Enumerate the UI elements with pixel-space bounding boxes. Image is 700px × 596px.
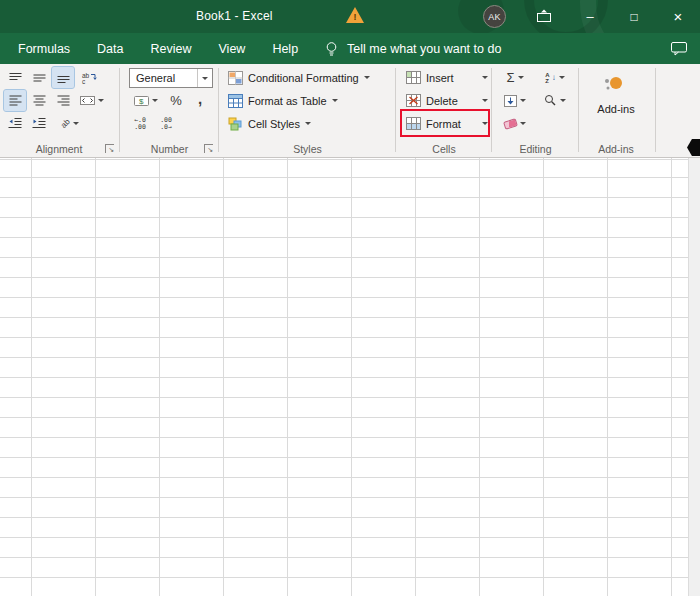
worksheet-grid[interactable] (0, 158, 688, 596)
tab-help[interactable]: Help (272, 42, 298, 56)
fill-icon (504, 95, 517, 107)
align-middle-button[interactable] (28, 67, 50, 88)
format-as-table-button[interactable]: Format as Table (228, 90, 338, 111)
conditional-formatting-icon (228, 71, 243, 85)
cell-styles-button[interactable]: Cell Styles (228, 113, 311, 134)
number-format-combobox[interactable]: General (129, 68, 213, 88)
merge-center-dropdown-arrow[interactable] (98, 99, 104, 102)
tab-data[interactable]: Data (97, 42, 123, 56)
maximize-button[interactable]: □ (612, 0, 656, 33)
conditional-formatting-label: Conditional Formatting (248, 72, 359, 84)
group-label-editing: Editing (493, 141, 578, 156)
align-left-button[interactable] (4, 90, 26, 111)
increase-decimal-icon: ←.0.00 (134, 117, 146, 131)
autosum-button[interactable]: Σ (499, 67, 531, 88)
wrap-text-button[interactable]: ab c (76, 67, 102, 88)
conditional-formatting-dropdown-arrow[interactable] (364, 76, 370, 79)
ribbon-tab-bar: Formulas Data Review View Help Tell me w… (0, 33, 700, 64)
insert-label: Insert (426, 72, 454, 84)
align-top-button[interactable] (4, 67, 26, 88)
conditional-formatting-button[interactable]: Conditional Formatting (228, 67, 370, 88)
format-as-table-dropdown-arrow[interactable] (332, 99, 338, 102)
format-highlight-box (400, 109, 490, 137)
alignment-dialog-launcher[interactable]: ↘ (105, 144, 114, 153)
window-title: Book1 - Excel (196, 9, 273, 23)
addins-button[interactable]: Add-ins (582, 68, 650, 134)
increase-decimal-button[interactable]: ←.0.00 (128, 113, 152, 134)
group-label-cells: Cells (397, 141, 491, 156)
group-separator (218, 68, 219, 152)
tab-view[interactable]: View (219, 42, 246, 56)
merge-center-button[interactable] (76, 90, 108, 111)
sort-filter-button[interactable]: AZ ↓ (538, 67, 572, 88)
comments-icon[interactable] (670, 41, 688, 56)
titlebar: Book1 - Excel ! AK – □ × (0, 0, 700, 33)
find-select-dropdown-arrow[interactable] (560, 99, 566, 102)
tell-me-label: Tell me what you want to do (347, 42, 501, 56)
find-icon (544, 94, 557, 107)
insert-dropdown-arrow[interactable] (482, 76, 488, 79)
tell-me-search[interactable]: Tell me what you want to do (325, 41, 501, 57)
accounting-format-button[interactable]: $ (131, 90, 161, 111)
clear-button[interactable] (499, 113, 531, 134)
number-format-value: General (136, 72, 175, 84)
ribbon: ab c (0, 64, 700, 158)
delete-dropdown-arrow[interactable] (482, 99, 488, 102)
addins-button-label: Add-ins (597, 103, 634, 115)
cell-styles-label: Cell Styles (248, 118, 300, 130)
format-as-table-icon (228, 94, 243, 108)
tab-review[interactable]: Review (151, 42, 192, 56)
sort-filter-icon: AZ (545, 72, 549, 84)
fill-dropdown-arrow[interactable] (520, 99, 526, 102)
percent-style-button[interactable]: % (166, 90, 186, 111)
orientation-button[interactable]: ab (54, 113, 86, 134)
orientation-icon: ab (59, 117, 72, 130)
cell-styles-dropdown-arrow[interactable] (305, 122, 311, 125)
decrease-decimal-icon: .00.0→ (160, 117, 172, 131)
minimize-button[interactable]: – (568, 0, 612, 33)
sort-filter-dropdown-arrow[interactable] (559, 76, 565, 79)
decrease-decimal-button[interactable]: .00.0→ (154, 113, 178, 134)
warning-icon[interactable]: ! (346, 7, 364, 23)
number-dialog-launcher[interactable]: ↘ (204, 144, 213, 153)
fill-button[interactable] (499, 90, 531, 111)
lightbulb-icon (325, 41, 338, 57)
delete-label: Delete (426, 95, 458, 107)
align-center-button[interactable] (28, 90, 50, 111)
autosum-dropdown-arrow[interactable] (518, 76, 524, 79)
chevron-down-icon (202, 77, 208, 80)
group-separator (578, 68, 579, 152)
align-bottom-button[interactable] (52, 67, 74, 88)
group-separator (655, 68, 656, 152)
find-select-button[interactable] (538, 90, 572, 111)
close-button[interactable]: × (656, 0, 700, 33)
insert-cells-button[interactable]: Insert (406, 67, 488, 88)
increase-indent-button[interactable] (28, 113, 50, 134)
group-label-addins: Add-ins (580, 141, 652, 156)
decrease-indent-button[interactable] (4, 113, 26, 134)
cell-styles-icon (228, 117, 243, 131)
delete-cells-button[interactable]: Delete (406, 90, 488, 111)
tab-formulas[interactable]: Formulas (18, 42, 70, 56)
sort-arrow-icon: ↓ (552, 73, 556, 82)
excel-window: Book1 - Excel ! AK – □ × Formulas Data R… (0, 0, 700, 596)
account-avatar[interactable]: AK (483, 5, 506, 28)
group-separator (395, 68, 396, 152)
insert-cells-icon (406, 71, 421, 84)
autosum-icon: Σ (506, 70, 514, 85)
clear-dropdown-arrow[interactable] (520, 122, 526, 125)
align-right-button[interactable] (52, 90, 74, 111)
group-label-styles: Styles (220, 141, 395, 156)
percent-icon: % (170, 93, 182, 108)
comma-style-button[interactable]: , (191, 90, 209, 111)
ribbon-display-options-icon[interactable] (535, 8, 553, 24)
scrollbar-track[interactable] (688, 158, 700, 596)
group-label-alignment: Alignment (0, 141, 118, 156)
orientation-dropdown-arrow[interactable] (73, 122, 79, 125)
number-format-dropdown[interactable] (197, 69, 212, 87)
dollar-icon: $ (139, 97, 144, 106)
accounting-dropdown-arrow[interactable] (152, 99, 158, 102)
group-separator (119, 68, 120, 152)
ribbon-edge-marker (687, 139, 700, 156)
comma-icon: , (198, 90, 202, 107)
